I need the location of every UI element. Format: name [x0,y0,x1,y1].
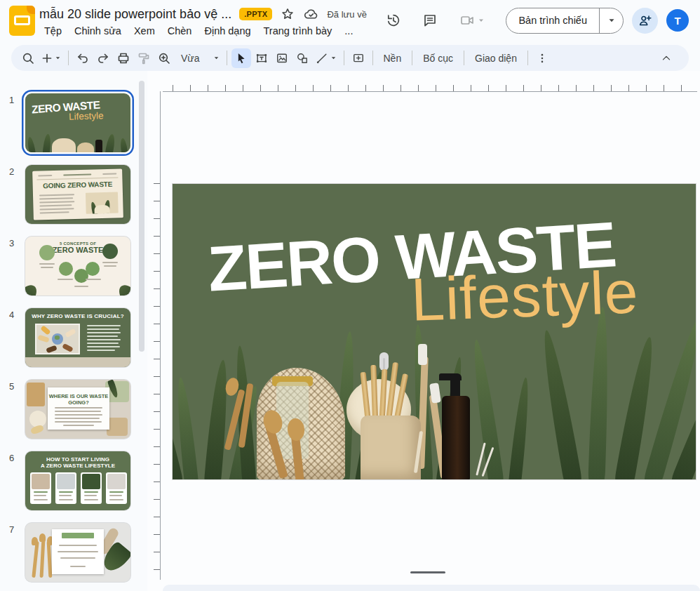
insert-shape-icon[interactable] [292,48,312,68]
insert-line-icon[interactable] [313,48,339,68]
photo-strip [25,357,130,367]
pptx-badge: .PPTX [239,8,272,20]
theme-button[interactable]: Giao diện [469,48,523,68]
text-line [84,495,97,496]
slide-subtitle-text[interactable]: Lifestyle [410,257,640,334]
leaf-shape [469,339,505,479]
zoom-level-dropdown[interactable]: Vừa [175,48,222,68]
menu-format[interactable]: Định dạng [198,23,257,39]
text-line [59,491,73,493]
text-line [86,279,101,280]
paint-format-icon[interactable] [134,48,154,68]
slides-logo[interactable] [9,6,35,36]
utensil-shape [32,541,39,578]
menu-slide[interactable]: Trang trình bày [257,23,339,39]
hand-shape [46,345,57,354]
slide-number: 4 [9,310,14,320]
menu-file[interactable]: Tệp [38,23,68,39]
card-photo [82,474,100,489]
add-comment-icon[interactable] [349,48,368,68]
slide-3-thumbnail[interactable]: 5 CONCEPTS OF ZERO WASTE [25,237,130,296]
slide-7-thumbnail[interactable] [25,523,130,582]
new-slide-button[interactable] [39,48,64,68]
menu-insert[interactable]: Chèn [161,23,198,39]
text-line [63,173,91,175]
soap-shape [27,383,45,406]
select-tool-icon[interactable] [231,48,251,68]
thumb2-title: GOING ZERO WASTE [33,180,123,190]
saved-status[interactable]: Đã lưu về [327,9,366,20]
thumb1-subtitle: Lifestyle [69,110,104,122]
board-shape [107,418,128,436]
menu-view[interactable]: Xem [128,23,161,39]
card-photo [32,474,50,489]
text-line [87,343,119,344]
text-line [87,332,121,333]
textbox-icon[interactable] [252,48,271,68]
leaf-shape [588,307,611,479]
current-slide[interactable]: ZERO WASTE Lifestyle [173,184,696,479]
concept-circle [39,245,55,260]
slide-number: 1 [9,95,14,105]
present-dropdown[interactable] [599,8,623,33]
slide-2-thumbnail[interactable]: GOING ZERO WASTE [25,165,130,224]
thumb7-card [52,529,104,574]
vertical-ruler [160,91,161,580]
slide-4-thumbnail[interactable]: WHY ZERO WASTE IS CRUCIAL? [25,308,130,367]
cloud-saved-icon[interactable] [303,6,319,22]
search-menus-icon[interactable] [18,48,38,68]
speaker-notes-resize-handle[interactable] [410,571,445,573]
horizontal-ruler-ticks [173,85,694,91]
version-history-icon[interactable] [379,6,408,34]
toolbar-divider [227,51,227,65]
slide-6-thumbnail[interactable]: HOW TO START LIVING A ZERO WASTE LIFESTY… [25,451,130,510]
avatar[interactable]: T [666,9,689,32]
filmstrip-scrollbar[interactable] [139,81,144,352]
slide-canvas-area[interactable]: ZERO WASTE Lifestyle [147,71,700,591]
present-button[interactable]: Bản trình chiếu [506,8,599,33]
insert-image-icon[interactable] [272,48,292,68]
text-line [55,418,100,419]
slide-5-thumbnail[interactable]: WHERE IS OUR WASTE GOING? [25,380,130,439]
text-line [87,328,119,330]
text-line [39,263,55,265]
leaf-shape [537,328,584,479]
text-line [34,499,48,500]
text-line [109,495,122,496]
text-line [87,325,121,326]
leaf-shape [25,281,41,296]
text-line [109,491,123,493]
more-options-icon[interactable] [532,48,552,68]
text-line [58,279,73,280]
print-icon[interactable] [114,48,133,68]
layout-button[interactable]: Bố cục [417,48,459,68]
text-line [39,204,72,206]
utensil-head [32,537,38,545]
text-line [59,495,72,496]
menu-edit[interactable]: Chỉnh sửa [68,23,128,39]
slide-1-thumbnail[interactable]: ZERO WASTE Lifestyle [25,93,130,152]
share-button[interactable] [632,8,658,34]
slide-number: 5 [9,381,14,392]
title-row: mẫu 20 slide powerpoint bảo vệ ... .PPTX… [39,5,367,23]
toolbar-divider [372,51,373,65]
menu-overflow[interactable]: ... [338,23,359,39]
redo-icon[interactable] [93,48,113,68]
vertical-ruler-ticks [154,183,160,576]
thumb6-card [81,472,102,504]
logo-fold [27,6,35,14]
undo-icon[interactable] [73,48,93,68]
document-title[interactable]: mẫu 20 slide powerpoint bảo vệ ... [39,7,231,22]
leaf-shape [27,136,36,152]
comments-icon[interactable] [416,6,444,34]
toolbar-divider [412,51,412,65]
speaker-notes-panel-edge[interactable] [163,585,700,591]
background-button[interactable]: Nền [377,48,408,68]
concept-circle [86,262,100,276]
meet-camera-icon[interactable] [452,6,492,34]
star-icon[interactable] [280,6,295,22]
text-line [102,173,116,175]
zoom-in-icon[interactable] [154,48,174,68]
text-line [55,414,102,416]
collapse-toolbar-icon[interactable] [657,48,676,68]
